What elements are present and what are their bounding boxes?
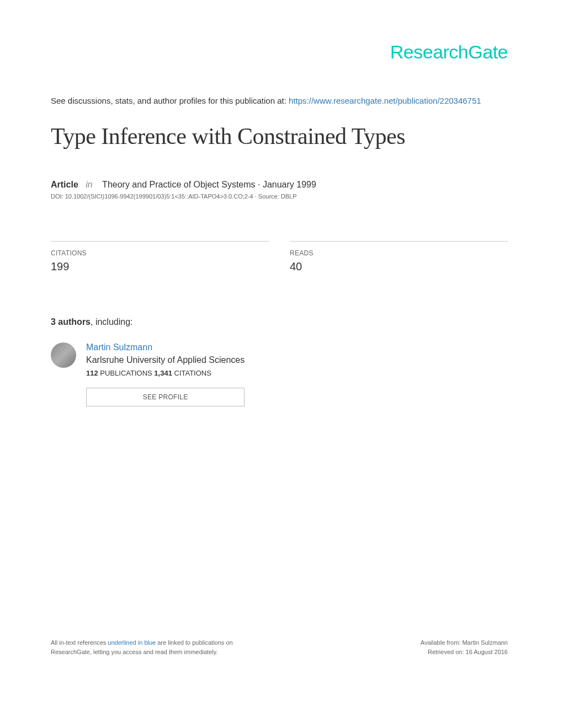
citations-label: CITATIONS bbox=[51, 249, 269, 257]
cites-label: CITATIONS bbox=[172, 369, 211, 377]
reads-block: READS 40 bbox=[290, 241, 508, 273]
reads-value: 40 bbox=[290, 260, 508, 273]
publication-type: Article bbox=[51, 180, 78, 189]
footer-blue-text: underlined in blue bbox=[108, 639, 156, 646]
pubs-label: PUBLICATIONS bbox=[98, 369, 155, 377]
publication-url-link[interactable]: https://www.researchgate.net/publication… bbox=[289, 96, 481, 105]
researchgate-logo: ResearchGate bbox=[51, 41, 508, 63]
journal-date: Theory and Practice of Object Systems · … bbox=[102, 180, 316, 189]
pubs-count: 112 bbox=[86, 369, 98, 377]
in-word: in bbox=[86, 180, 92, 189]
author-avatar[interactable] bbox=[51, 342, 76, 368]
footer-available-from: Available from: Martin Sulzmann bbox=[421, 638, 508, 647]
doi-line: DOI: 10.1002/(SICI)1096-9942(199901/03)5… bbox=[51, 193, 508, 200]
author-info: Martin Sulzmann Karlsruhe University of … bbox=[86, 342, 245, 406]
footer: All in-text references underlined in blu… bbox=[51, 638, 508, 656]
footer-left: All in-text references underlined in blu… bbox=[51, 638, 272, 656]
author-name-link[interactable]: Martin Sulzmann bbox=[86, 342, 245, 352]
publication-title: Type Inference with Constrained Types bbox=[51, 123, 508, 149]
authors-suffix: , including: bbox=[91, 317, 133, 326]
authors-count: 3 authors bbox=[51, 317, 91, 326]
discussion-line: See discussions, stats, and author profi… bbox=[51, 96, 508, 105]
authors-header: 3 authors, including: bbox=[51, 317, 508, 327]
author-block: Martin Sulzmann Karlsruhe University of … bbox=[51, 342, 508, 406]
author-affiliation: Karlsruhe University of Applied Sciences bbox=[86, 355, 245, 365]
citations-value: 199 bbox=[51, 260, 269, 273]
footer-retrieved-on: Retrieved on: 16 August 2016 bbox=[421, 647, 508, 657]
author-stats: 112 PUBLICATIONS 1,341 CITATIONS bbox=[86, 369, 245, 377]
discussion-prefix: See discussions, stats, and author profi… bbox=[51, 96, 289, 105]
stats-row: CITATIONS 199 READS 40 bbox=[51, 241, 508, 273]
footer-right: Available from: Martin Sulzmann Retrieve… bbox=[421, 638, 508, 656]
see-profile-button[interactable]: SEE PROFILE bbox=[86, 388, 245, 406]
publication-meta: Article in Theory and Practice of Object… bbox=[51, 180, 508, 190]
reads-label: READS bbox=[290, 249, 508, 257]
footer-left-prefix: All in-text references bbox=[51, 639, 108, 646]
citations-block: CITATIONS 199 bbox=[51, 241, 269, 273]
cites-count: 1,341 bbox=[154, 369, 172, 377]
